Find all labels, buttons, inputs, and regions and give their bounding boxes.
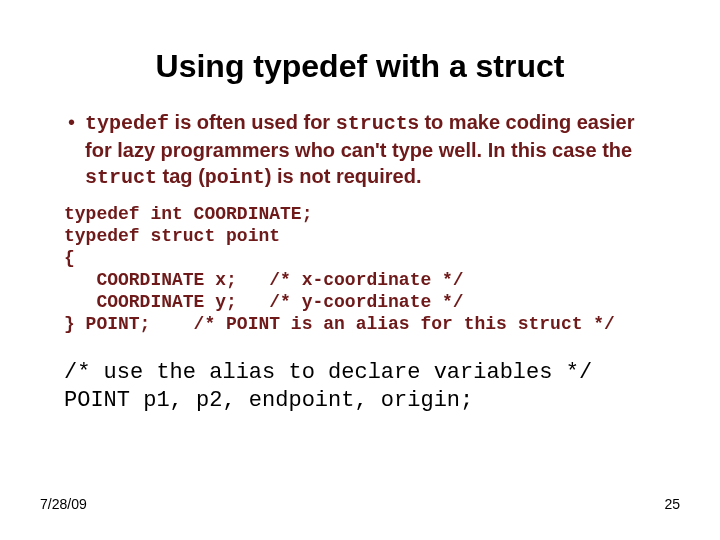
- text-run: is often used for: [169, 111, 336, 133]
- slide: Using typedef with a struct • typedef is…: [0, 0, 720, 540]
- slide-title: Using typedef with a struct: [40, 48, 680, 85]
- footer: 7/28/09 25: [40, 496, 680, 512]
- text-run: ) is not required.: [265, 165, 422, 187]
- code-inline: point: [205, 166, 265, 189]
- footer-date: 7/28/09: [40, 496, 87, 512]
- code-block-2: /* use the alias to declare variables */…: [64, 359, 656, 415]
- code-block-1: typedef int COORDINATE; typedef struct p…: [64, 203, 656, 335]
- text-run: tag (: [157, 165, 205, 187]
- code-inline: typedef: [85, 112, 169, 135]
- code-inline: struct: [85, 166, 157, 189]
- bullet-text: typedef is often used for structs to mak…: [85, 109, 652, 191]
- footer-page: 25: [664, 496, 680, 512]
- bullet-icon: •: [68, 109, 75, 135]
- code-inline: struct: [336, 112, 408, 135]
- bullet-item: • typedef is often used for structs to m…: [68, 109, 652, 191]
